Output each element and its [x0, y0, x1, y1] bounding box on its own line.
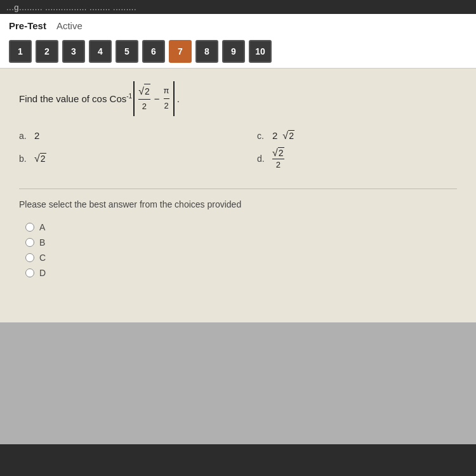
active-label: Active	[56, 20, 83, 31]
radio-label-c: C	[39, 253, 46, 263]
nav-btn-9[interactable]: 9	[222, 40, 245, 63]
nav-btn-1[interactable]: 1	[9, 40, 32, 63]
radio-circle-a	[25, 223, 34, 232]
radicand-b: 2	[40, 153, 46, 164]
fraction-sqrt2-over-2: √ 2 2	[138, 84, 150, 114]
radical-d: √	[272, 148, 278, 158]
radio-option-a[interactable]: A	[25, 222, 457, 232]
radio-option-d[interactable]: D	[25, 268, 457, 278]
label-c: c.	[257, 131, 267, 141]
divider	[19, 188, 457, 189]
fraction-d-denom: 2	[276, 159, 281, 169]
label-a: a.	[19, 131, 29, 141]
period: .	[177, 93, 180, 104]
top-bar-text: ...g......... ................ ........ …	[6, 3, 136, 12]
value-c: 2	[272, 130, 277, 141]
sqrt-2: √ 2	[138, 84, 150, 98]
nav-btn-7[interactable]: 7	[169, 40, 192, 63]
fraction-numerator: √ 2	[138, 84, 150, 100]
minus-sign: −	[154, 91, 160, 107]
main-content: Find the value of cos Cos-1 √ 2 2 − π	[0, 69, 476, 322]
question-text: Find the value of cos Cos-1 √ 2 2 − π	[19, 81, 457, 116]
bottom-bar	[0, 444, 476, 476]
top-bar: ...g......... ................ ........ …	[0, 0, 476, 14]
nav-btn-10[interactable]: 10	[249, 40, 272, 63]
sqrt-c: √ 2	[282, 130, 294, 141]
fraction-d-num: √ 2	[272, 147, 284, 159]
pi-numerator: π	[164, 84, 169, 99]
sqrt-b: √ 2	[34, 153, 46, 164]
radio-option-b[interactable]: B	[25, 237, 457, 248]
sqrt-d: √ 2	[272, 147, 284, 158]
nav-btn-6[interactable]: 6	[142, 40, 165, 63]
radio-option-c[interactable]: C	[25, 253, 457, 263]
radio-options: A B C D	[19, 222, 457, 278]
radio-label-b: B	[39, 237, 45, 248]
radical-c: √	[282, 131, 288, 141]
value-a: 2	[34, 130, 39, 141]
label-d: d.	[257, 154, 267, 164]
radicand-c: 2	[288, 130, 294, 141]
nav-btn-5[interactable]: 5	[116, 40, 138, 63]
radio-circle-b	[25, 238, 34, 247]
radio-circle-c	[25, 253, 34, 262]
radicand: 2	[144, 84, 150, 98]
nav-btn-2[interactable]: 2	[36, 40, 58, 63]
answer-c: c. 2 √ 2	[257, 130, 457, 141]
fraction-pi-over-2: π 2	[164, 84, 169, 113]
radio-label-d: D	[39, 268, 46, 278]
header-row: Pre-Test Active	[0, 14, 476, 35]
question-nav: 12345678910	[0, 35, 476, 69]
radical-sign: √	[138, 86, 144, 96]
fraction-d: √ 2 2	[272, 147, 284, 169]
fraction-denominator: 2	[142, 100, 147, 114]
answer-a: a. 2	[19, 130, 219, 141]
radio-label-a: A	[39, 222, 45, 232]
radicand-d: 2	[278, 147, 284, 158]
nav-btn-8[interactable]: 8	[195, 40, 218, 63]
pi-denominator: 2	[164, 99, 168, 113]
cos-inverse-label: Cos-1	[110, 91, 133, 107]
nav-btn-4[interactable]: 4	[89, 40, 112, 63]
answers-grid: a. 2 c. 2 √ 2 b. √ 2 d. √	[19, 130, 457, 169]
bracket-expression: √ 2 2 − π 2	[133, 81, 174, 116]
question-prefix: Find the value of cos	[19, 93, 107, 104]
label-b: b.	[19, 154, 29, 164]
answer-d: d. √ 2 2	[257, 147, 457, 169]
nav-btn-3[interactable]: 3	[62, 40, 85, 63]
radio-circle-d	[25, 268, 34, 277]
answer-b: b. √ 2	[19, 147, 219, 169]
radical-b: √	[34, 154, 40, 164]
math-expression: Cos-1 √ 2 2 − π 2	[110, 81, 175, 116]
pretest-label: Pre-Test	[9, 20, 46, 31]
prompt-text: Please select the best answer from the c…	[19, 199, 457, 209]
